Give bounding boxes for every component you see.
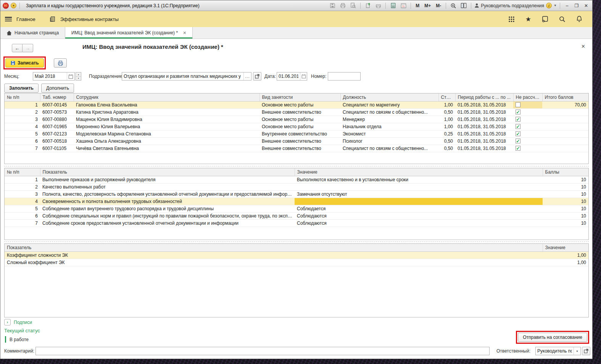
coefficient-name-cell[interactable]: Коэффициент сложности ЭК bbox=[5, 251, 543, 259]
skip-calculation-cell[interactable]: ✓ bbox=[513, 108, 542, 116]
employment-type-cell[interactable]: Основное место работы bbox=[259, 123, 340, 130]
col-header[interactable]: Сотрудник bbox=[74, 93, 259, 101]
indicator-cell[interactable]: Выполнение приказов и распоряжений руков… bbox=[40, 176, 295, 183]
tab-number-cell[interactable]: 6007-02123 bbox=[40, 130, 74, 137]
history-icon[interactable] bbox=[542, 16, 548, 23]
print-button[interactable] bbox=[54, 58, 67, 68]
row-number-cell[interactable]: 1 bbox=[5, 176, 40, 183]
work-period-cell[interactable]: 01.05.2018, 31.05.2018 bbox=[455, 145, 513, 152]
employee-row[interactable]: 76007-01105Чичёва Светлана ЕвгеньевнаВне… bbox=[5, 145, 588, 152]
coefficient-value-cell[interactable]: 1,00 bbox=[543, 259, 588, 266]
value-cell[interactable]: Выполняются качественно и в установленны… bbox=[295, 176, 543, 183]
rate-cell[interactable]: 0,50 bbox=[438, 108, 455, 116]
row-number-cell[interactable]: 4 bbox=[5, 198, 40, 205]
employee-name-cell[interactable]: Модзелевская Марина Степановна bbox=[74, 130, 259, 137]
coefficient-value-cell[interactable]: 1,00 bbox=[543, 251, 588, 259]
employee-row[interactable]: 46007-01965Мироненко Юлия ВалерьевнаОсно… bbox=[5, 123, 588, 130]
col-header[interactable]: Баллы bbox=[543, 168, 588, 176]
month-calendar-icon[interactable] bbox=[67, 72, 74, 80]
date-calendar-icon[interactable] bbox=[300, 72, 307, 80]
save-button[interactable]: Записать bbox=[5, 58, 44, 68]
expand-arrow-icon[interactable]: › bbox=[4, 319, 11, 325]
col-header[interactable]: Вид занятости bbox=[259, 93, 340, 101]
rate-cell[interactable]: 0,50 bbox=[438, 145, 455, 152]
employee-name-cell[interactable]: Катина Кристина Араратовна bbox=[74, 108, 259, 116]
rate-cell[interactable]: 0,50 bbox=[438, 137, 455, 145]
total-points-cell[interactable] bbox=[542, 145, 588, 152]
calendar-icon[interactable]: 31 bbox=[399, 2, 408, 10]
rate-cell[interactable]: 1,00 bbox=[438, 101, 455, 108]
comment-input[interactable] bbox=[35, 347, 490, 355]
save-icon[interactable] bbox=[328, 2, 337, 10]
total-points-cell[interactable] bbox=[542, 116, 588, 123]
tab-home[interactable]: Начальная страница bbox=[0, 27, 65, 39]
employee-name-cell[interactable]: Мироненко Юлия Валерьевна bbox=[74, 123, 259, 130]
print-preview-icon[interactable] bbox=[349, 2, 357, 10]
indicator-row[interactable]: 3Полнота, качество, достоверность оформл… bbox=[5, 190, 588, 198]
favorites-icon[interactable]: ★ bbox=[525, 16, 531, 23]
row-number-cell[interactable]: 1 bbox=[5, 101, 40, 108]
coefficient-row[interactable]: Коэффициент сложности ЭК1,00 bbox=[5, 251, 588, 259]
print-document-icon[interactable] bbox=[374, 2, 382, 10]
skip-checkbox[interactable]: ✓ bbox=[516, 124, 520, 129]
tab-active-document[interactable]: ИМЦ: Ввод значений показателей ЭК (созда… bbox=[65, 27, 193, 39]
work-period-cell[interactable]: 01.05.2018, 31.05.2018 bbox=[455, 123, 513, 130]
maximize-button[interactable]: ❐ bbox=[573, 2, 580, 9]
skip-checkbox[interactable]: ✓ bbox=[516, 131, 520, 136]
col-header[interactable]: № п/п bbox=[5, 168, 40, 176]
tab-number-cell[interactable]: 6007-00880 bbox=[40, 116, 74, 123]
row-number-cell[interactable]: 3 bbox=[5, 190, 40, 198]
employee-row[interactable]: 26007-00573Катина Кристина АраратовнаВне… bbox=[5, 108, 588, 116]
indicator-row[interactable]: 1Выполнение приказов и распоряжений руко… bbox=[5, 176, 588, 183]
employment-type-cell[interactable]: Основное место работы bbox=[259, 101, 340, 108]
skip-calculation-cell[interactable] bbox=[513, 101, 542, 108]
indicator-row[interactable]: 2Качество выполненных работ10 bbox=[5, 183, 588, 190]
col-header[interactable]: № п/п bbox=[5, 93, 40, 101]
value-cell[interactable]: Замечания отсутствуют bbox=[295, 190, 543, 198]
memory-button[interactable]: M bbox=[414, 3, 421, 8]
row-number-cell[interactable]: 5 bbox=[5, 205, 40, 212]
send-for-approval-button[interactable]: Отправить на согласование bbox=[518, 333, 587, 342]
total-points-cell[interactable] bbox=[542, 130, 588, 137]
value-cell[interactable]: Соблюдаются bbox=[295, 212, 543, 219]
indicator-cell[interactable]: Соблюдение специальных норм и правил (ин… bbox=[40, 212, 295, 219]
sections-icon[interactable] bbox=[49, 16, 56, 22]
col-header[interactable]: Таб. номер bbox=[40, 93, 74, 101]
skip-calculation-cell[interactable]: ✓ bbox=[513, 137, 542, 145]
table-splitter[interactable] bbox=[4, 166, 589, 166]
skip-checkbox[interactable] bbox=[516, 102, 520, 107]
memory-minus-button[interactable]: M- bbox=[434, 3, 443, 8]
current-user[interactable]: Руководитель подразделения bbox=[474, 3, 544, 8]
employment-type-cell[interactable]: Основное место работы bbox=[259, 116, 340, 123]
hamburger-icon[interactable] bbox=[5, 17, 12, 21]
total-points-cell[interactable]: 70,00 bbox=[542, 101, 588, 108]
signatures-expander[interactable]: › Подписи bbox=[4, 319, 32, 325]
row-number-cell[interactable]: 7 bbox=[5, 145, 40, 152]
col-header[interactable]: Значение bbox=[295, 168, 543, 176]
skip-checkbox[interactable]: ✓ bbox=[516, 117, 520, 122]
menu-main[interactable]: Главное bbox=[16, 16, 35, 22]
position-cell[interactable]: Начальник отдела bbox=[340, 123, 438, 130]
skip-calculation-cell[interactable]: ✓ bbox=[513, 145, 542, 152]
position-cell[interactable]: Экономист bbox=[340, 130, 438, 137]
indicator-cell[interactable]: Соблюдение сроков предоставления установ… bbox=[40, 219, 295, 227]
coefficient-row[interactable]: Сложный коэффициент ЭК1,00 bbox=[5, 259, 588, 266]
fill-button[interactable]: Заполнить bbox=[4, 84, 39, 93]
tab-number-cell[interactable]: 6007-00145 bbox=[40, 101, 74, 108]
work-period-cell[interactable]: 01.05.2018, 31.05.2018 bbox=[455, 137, 513, 145]
employment-type-cell[interactable]: Внешнее совместительство bbox=[259, 145, 340, 152]
split-view-icon[interactable] bbox=[459, 2, 468, 10]
col-header[interactable]: Должность bbox=[340, 93, 438, 101]
tab-number-cell[interactable]: 6007-00518 bbox=[40, 137, 74, 145]
position-cell[interactable]: Специалист по маркетингу bbox=[340, 101, 438, 108]
month-stepper[interactable]: ▲▼ bbox=[76, 72, 81, 81]
points-cell[interactable]: 10 bbox=[543, 176, 588, 183]
points-cell[interactable]: 10 bbox=[543, 190, 588, 198]
employee-name-cell[interactable]: Хашина Ольга Александровна bbox=[74, 137, 259, 145]
points-cell[interactable]: 10 bbox=[543, 212, 588, 219]
col-header[interactable]: Показатель bbox=[40, 168, 295, 176]
points-cell[interactable]: 10 bbox=[543, 219, 588, 227]
skip-checkbox[interactable]: ✓ bbox=[516, 146, 520, 151]
work-period-cell[interactable]: 01.05.2018, 31.05.2018 bbox=[455, 108, 513, 116]
row-number-cell[interactable]: 6 bbox=[5, 212, 40, 219]
